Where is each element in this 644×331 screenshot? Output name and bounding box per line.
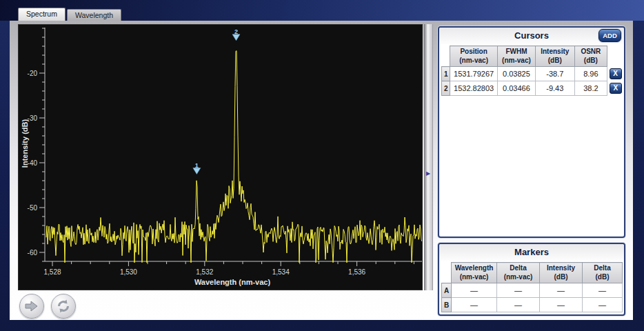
cursor-2-fwhm: 0.03466 [497,81,535,96]
cursor-marker-2[interactable]: 2 [232,28,240,41]
cursor-2-position: 1532.82803 [450,81,498,96]
tab-wavelength[interactable]: Wavelength [67,9,121,21]
column-header-intensity: Intensity(dB) [540,263,583,283]
cursor-row-number: 1 [442,67,450,81]
cursors-table: Position(nm-vac) FWHM(nm-vac) Intensity(… [441,46,624,96]
spectrum-plot[interactable]: -20-30-40-50-601,5281,5301,5321,5341,536… [19,25,422,290]
marker-row-b: B — — — — [442,298,623,312]
cursor-2-intensity: -9.43 [536,81,575,96]
corner-cell [442,263,452,283]
marker-b-wavelength: — [452,298,497,312]
marker-row-letter: A [442,283,452,298]
svg-text:2: 2 [234,28,238,35]
svg-text:-20: -20 [28,70,38,77]
delete-column-header [607,46,624,67]
marker-b-delta-db: — [583,298,623,312]
svg-text:1,534: 1,534 [272,268,290,276]
cursor-1-fwhm: 0.03825 [497,67,535,81]
column-header-osnr: OSNR(dB) [574,46,607,67]
corner-cell [442,46,450,67]
marker-a-intensity: — [540,283,583,298]
cursors-header-row: Position(nm-vac) FWHM(nm-vac) Intensity(… [442,46,624,67]
play-button[interactable] [19,294,44,319]
tab-spectrum[interactable]: Spectrum [18,8,66,21]
cursor-1-position: 1531.79267 [450,67,498,81]
svg-text:1,528: 1,528 [43,268,61,276]
main-content: -20-30-40-50-601,5281,5301,5321,5341,536… [10,21,633,320]
spectrum-chart[interactable]: -20-30-40-50-601,5281,5301,5321,5341,536… [18,24,423,290]
markers-table: Wavelength(nm-vac) Delta(nm-vac) Intensi… [441,262,623,312]
x-axis-label: Wavelength (nm-vac) [194,278,271,286]
markers-panel-title: Markers [439,244,624,261]
column-header-position: Position(nm-vac) [450,46,498,67]
panel-splitter[interactable]: ▶ [424,24,433,290]
app-window: Spectrum Wavelength -20-30-40-50-601,528… [0,0,644,331]
svg-text:-60: -60 [28,249,38,257]
expand-panel-arrow-icon[interactable]: ▶ [426,170,430,177]
delete-cursor-1-button[interactable]: X [610,68,622,79]
markers-header-row: Wavelength(nm-vac) Delta(nm-vac) Intensi… [442,263,623,283]
marker-b-delta-nm: — [497,298,540,312]
spectrum-trace [46,51,422,263]
marker-row-a: A — — — — [442,283,623,298]
title-bar: Spectrum Wavelength [0,0,644,21]
column-header-delta-nm: Delta(nm-vac) [497,263,540,283]
svg-text:1,532: 1,532 [196,268,213,276]
cursor-1-osnr: 8.96 [574,67,607,81]
marker-a-wavelength: — [452,283,497,298]
refresh-icon [56,299,71,314]
column-header-wavelength: Wavelength(nm-vac) [452,263,497,283]
svg-text:1,530: 1,530 [120,268,137,276]
cursors-title-text: Cursors [514,30,549,41]
svg-text:1,536: 1,536 [348,268,365,276]
markers-panel: Markers Wavelength(nm-vac) Delta(nm-vac)… [438,243,625,316]
marker-a-delta-db: — [583,283,623,298]
cursor-row-2: 2 1532.82803 0.03466 -9.43 38.2 X [442,81,624,96]
column-header-intensity: Intensity(dB) [536,46,575,67]
refresh-button[interactable] [51,294,76,319]
play-arrow-icon [25,301,39,312]
y-axis-label: Intensity (dB) [21,119,29,168]
acquisition-toolbar [19,294,76,319]
markers-title-text: Markers [514,247,549,257]
cursors-panel: Cursors ADD Position(nm-vac) FWHM(nm-vac… [438,26,625,238]
cursor-2-osnr: 38.2 [574,81,607,96]
marker-a-delta-nm: — [497,283,540,298]
column-header-fwhm: FWHM(nm-vac) [497,46,535,67]
cursor-marker-1[interactable]: 1 [193,162,201,174]
cursor-1-intensity: -38.7 [536,67,575,81]
add-cursor-button[interactable]: ADD [598,29,621,42]
cursor-row-1: 1 1531.79267 0.03825 -38.7 8.96 X [442,67,624,81]
cursor-row-number: 2 [442,81,450,96]
tab-bar: Spectrum Wavelength [18,8,123,21]
svg-text:-50: -50 [28,204,38,212]
marker-b-intensity: — [540,298,583,312]
column-header-delta-db: Delta(dB) [583,263,623,283]
delete-cursor-2-button[interactable]: X [610,83,622,94]
svg-text:1: 1 [195,162,199,169]
marker-row-letter: B [442,298,452,312]
cursors-panel-title: Cursors ADD [439,28,624,44]
